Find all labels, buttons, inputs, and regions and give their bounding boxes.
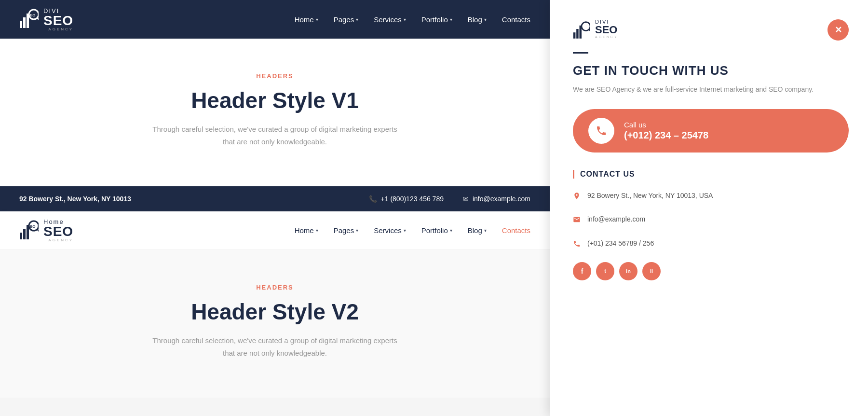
phone-item[interactable]: 📞 +1 (800)123 456 789 xyxy=(369,195,444,203)
email-text: info@example.com xyxy=(473,195,530,203)
call-us-number: (+012) 234 – 25478 xyxy=(624,130,708,141)
hero1-label: HEADERS xyxy=(19,72,530,80)
nav-link-home[interactable]: Home ▾ xyxy=(295,15,318,24)
nav2-link-home[interactable]: Home ▾ xyxy=(295,226,318,235)
sidebar-panel: DIVI SEO AGENCY ✕ GET IN TOUCH WITH US W… xyxy=(550,0,868,398)
sidebar-header: DIVI SEO AGENCY ✕ xyxy=(573,19,849,41)
svg-rect-12 xyxy=(573,32,576,39)
chevron-down-icon: ▾ xyxy=(484,228,487,233)
nav-link-blog[interactable]: Blog ▾ xyxy=(468,15,487,24)
sidebar-logo-agency: AGENCY xyxy=(595,35,618,39)
call-us-button[interactable]: Call us (+012) 234 – 25478 xyxy=(573,109,849,153)
nav2-link-contacts[interactable]: Contacts xyxy=(502,226,530,235)
nav2-link-pages[interactable]: Pages ▾ xyxy=(334,226,359,235)
nav-item-services[interactable]: Services ▾ xyxy=(374,15,406,24)
contact-items: 📞 +1 (800)123 456 789 ✉ info@example.com xyxy=(369,195,530,203)
hero-section-1: HEADERS Header Style V1 Through careful … xyxy=(0,39,550,186)
nav2-item-portfolio[interactable]: Portfolio ▾ xyxy=(421,226,452,235)
nav-item-home[interactable]: Home ▾ xyxy=(295,15,318,24)
nav-item-contacts[interactable]: Contacts xyxy=(502,15,530,24)
hero2-label: HEADERS xyxy=(19,284,530,291)
contact-address-item: 92 Bowery St., New York, NY 10013, USA xyxy=(573,190,849,204)
nav-item-pages[interactable]: Pages ▾ xyxy=(334,15,359,24)
chevron-down-icon: ▾ xyxy=(484,17,487,22)
nav2-item-blog[interactable]: Blog ▾ xyxy=(468,226,487,235)
svg-line-16 xyxy=(589,29,590,32)
nav-link-pages[interactable]: Pages ▾ xyxy=(334,15,359,24)
nav2-item-services[interactable]: Services ▾ xyxy=(374,226,406,235)
nav2-item-home[interactable]: Home ▾ xyxy=(295,226,318,235)
sidebar-description: We are SEO Agency & we are full-service … xyxy=(573,84,849,96)
call-us-label: Call us xyxy=(624,121,708,129)
contact-phone-item: (+01) 234 56789 / 256 xyxy=(573,238,849,251)
chevron-down-icon: ▾ xyxy=(316,17,318,22)
nav2-link-services[interactable]: Services ▾ xyxy=(374,226,406,235)
chevron-down-icon: ▾ xyxy=(404,17,406,22)
nav-item-blog[interactable]: Blog ▾ xyxy=(468,15,487,24)
nav-item-portfolio[interactable]: Portfolio ▾ xyxy=(421,15,452,24)
svg-text:SEO: SEO xyxy=(27,224,36,229)
nav2-item-pages[interactable]: Pages ▾ xyxy=(334,226,359,235)
logo-text-top: DIVI SEO AGENCY xyxy=(43,8,73,31)
svg-rect-7 xyxy=(23,229,26,239)
sidebar-divider xyxy=(573,52,588,54)
chevron-down-icon: ▾ xyxy=(450,17,452,22)
logo-text-second: Home SEO AGENCY xyxy=(43,219,73,242)
logo-top[interactable]: SEO DIVI SEO AGENCY xyxy=(19,7,73,32)
close-button[interactable]: ✕ xyxy=(827,19,849,41)
nav-link-portfolio[interactable]: Portfolio ▾ xyxy=(421,15,452,24)
svg-line-10 xyxy=(37,229,39,233)
phone-icon: 📞 xyxy=(369,195,377,203)
hero1-description: Through careful selection, we've curated… xyxy=(149,123,400,148)
twitter-icon[interactable]: t xyxy=(596,262,614,280)
nav2-item-contacts[interactable]: Contacts xyxy=(502,226,530,235)
call-us-text: Call us (+012) 234 – 25478 xyxy=(624,121,708,141)
svg-text:SEO: SEO xyxy=(27,13,36,17)
logo-seo: SEO xyxy=(43,14,73,28)
contact-section-heading: CONTACT US xyxy=(573,170,849,179)
svg-rect-1 xyxy=(23,17,26,28)
nav-link-services[interactable]: Services ▾ xyxy=(374,15,406,24)
info-bar: 92 Bowery St., New York, NY 10013 📞 +1 (… xyxy=(0,186,550,211)
chevron-down-icon: ▾ xyxy=(356,228,358,233)
logo2-seo: SEO xyxy=(43,225,73,238)
email-icon: ✉ xyxy=(463,195,469,203)
chevron-down-icon: ▾ xyxy=(356,17,358,22)
envelope-icon xyxy=(573,215,581,227)
navbar-top: SEO DIVI SEO AGENCY Home ▾ xyxy=(0,0,550,39)
sidebar-logo-text: DIVI SEO AGENCY xyxy=(595,19,618,39)
facebook-icon[interactable]: f xyxy=(573,262,591,280)
svg-rect-0 xyxy=(20,21,22,28)
navbar-second: SEO Home SEO AGENCY Home ▾ xyxy=(0,211,550,250)
nav2-link-portfolio[interactable]: Portfolio ▾ xyxy=(421,226,452,235)
hero2-description: Through careful selection, we've curated… xyxy=(149,334,400,359)
nav-menu-second: Home ▾ Pages ▾ Services ▾ Portfolio ▾ xyxy=(295,226,530,235)
svg-rect-6 xyxy=(20,233,22,239)
nav-link-contacts[interactable]: Contacts xyxy=(502,15,530,24)
contact-address-text: 92 Bowery St., New York, NY 10013, USA xyxy=(587,190,713,201)
hero1-title: Header Style V1 xyxy=(19,87,530,113)
phone-text: +1 (800)123 456 789 xyxy=(381,195,444,203)
phone-circle-icon xyxy=(588,118,614,144)
location-icon xyxy=(573,191,581,204)
logo2-agency: AGENCY xyxy=(43,238,73,242)
logo-second[interactable]: SEO Home SEO AGENCY xyxy=(19,218,73,243)
contact-email-text: info@example.com xyxy=(587,214,645,224)
nav-menu-top: Home ▾ Pages ▾ Services ▾ xyxy=(295,15,530,24)
social-icons: f t in li xyxy=(573,262,849,280)
chevron-down-icon: ▾ xyxy=(450,228,452,233)
sidebar-logo: DIVI SEO AGENCY xyxy=(573,19,618,39)
svg-line-4 xyxy=(37,18,39,21)
nav2-link-blog[interactable]: Blog ▾ xyxy=(468,226,487,235)
svg-rect-13 xyxy=(576,29,579,39)
contact-email-item: info@example.com xyxy=(573,214,849,227)
linkedin-icon[interactable]: li xyxy=(642,262,661,280)
sidebar-heading: GET IN TOUCH WITH US xyxy=(573,63,849,78)
main-content: SEO DIVI SEO AGENCY Home ▾ xyxy=(0,0,550,398)
sidebar-logo-seo: SEO xyxy=(595,25,618,35)
chevron-down-icon: ▾ xyxy=(404,228,406,233)
phone-icon xyxy=(573,239,581,251)
email-item[interactable]: ✉ info@example.com xyxy=(463,195,530,203)
hero-section-2: HEADERS Header Style V2 Through careful … xyxy=(0,250,550,398)
instagram-icon[interactable]: in xyxy=(619,262,637,280)
